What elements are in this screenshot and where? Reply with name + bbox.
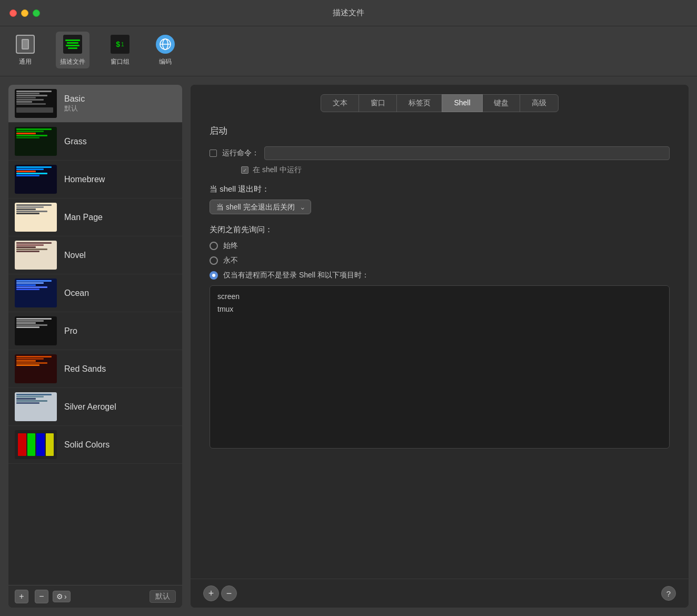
gear-icon: ⚙ — [56, 592, 63, 601]
sidebar-item-grass[interactable]: Grass — [8, 123, 182, 161]
sidebar-item-basic[interactable]: Basic 默认 — [8, 85, 182, 123]
run-command-input[interactable] — [264, 146, 670, 160]
sidebar-item-info-grass: Grass — [64, 137, 87, 146]
sidebar: Basic 默认 Grass — [8, 85, 182, 608]
close-button[interactable] — [9, 9, 17, 17]
sidebar-item-homebrew[interactable]: Homebrew — [8, 161, 182, 198]
sidebar-item-name-redsands: Red Sands — [64, 364, 106, 374]
general-icon — [15, 34, 36, 55]
never-radio[interactable] — [210, 256, 218, 265]
sidebar-item-info-solidcolors: Solid Colors — [64, 440, 109, 450]
sidebar-item-info-pro: Pro — [64, 326, 77, 336]
window-title: 描述文件 — [333, 8, 364, 18]
sidebar-thumb-redsands — [15, 354, 57, 383]
gear-menu-button[interactable]: ⚙ › — [53, 591, 71, 602]
tab-text[interactable]: 文本 — [321, 94, 360, 112]
sidebar-list: Basic 默认 Grass — [8, 85, 182, 585]
process-item-screen: screen — [214, 290, 665, 303]
sidebar-thumb-novel — [15, 241, 57, 270]
sidebar-item-silveraerogel[interactable]: Silver Aerogel — [8, 388, 182, 426]
remove-profile-button[interactable]: − — [35, 590, 48, 603]
remove-process-button[interactable]: − — [221, 585, 237, 601]
sidebar-item-redsands[interactable]: Red Sands — [8, 350, 182, 388]
sidebar-item-name-silveraerogel: Silver Aerogel — [64, 402, 116, 412]
sidebar-item-info-redsands: Red Sands — [64, 364, 106, 374]
tab-window[interactable]: 窗口 — [359, 94, 397, 112]
run-command-row: 运行命令： — [210, 146, 670, 160]
sidebar-thumb-pro — [15, 316, 57, 345]
sidebar-item-ocean[interactable]: Ocean — [8, 274, 182, 312]
shell-content: 启动 运行命令： ✓ 在 shell 中运行 当 shell 退出时： 当 sh… — [191, 112, 689, 579]
close-confirm-section: 关闭之前先询问： 始终 永不 仅当有进程而不是登录 Shell 和以下项目时： — [210, 225, 670, 449]
content-footer: + − ? — [191, 579, 689, 608]
toolbar-label-encoding: 编码 — [159, 57, 172, 66]
sidebar-item-info-manpage: Man Page — [64, 213, 103, 222]
close-confirm-title: 关闭之前先询问： — [210, 225, 670, 235]
windowgroups-icon: $ 1 — [109, 34, 131, 55]
sidebar-item-solidcolors[interactable]: Solid Colors — [8, 426, 182, 464]
sidebar-thumb-solidcolors — [15, 430, 57, 459]
toolbar-label-windowgroups: 窗口组 — [111, 57, 130, 66]
chevron-down-icon: › — [64, 592, 67, 601]
toolbar: 通用 描述文件 $ 1 窗口组 — [0, 26, 697, 76]
sidebar-bottom: + − ⚙ › 默认 — [8, 585, 182, 608]
process-item-tmux: tmux — [214, 303, 665, 315]
sidebar-item-name-novel: Novel — [64, 251, 86, 260]
sidebar-item-name-grass: Grass — [64, 137, 87, 146]
tab-advanced[interactable]: 高级 — [520, 94, 559, 112]
sidebar-item-info-silveraerogel: Silver Aerogel — [64, 402, 116, 412]
maximize-button[interactable] — [33, 9, 40, 17]
toolbar-item-profiles[interactable]: 描述文件 — [56, 32, 89, 68]
always-radio[interactable] — [210, 242, 218, 250]
sidebar-item-name-pro: Pro — [64, 326, 77, 336]
shell-exit-dropdown-row: 当 shell 完全退出后关闭 关闭 不关闭 — [210, 200, 670, 214]
only-when-row: 仅当有进程而不是登录 Shell 和以下项目时： — [210, 271, 670, 280]
run-in-shell-checkbox[interactable]: ✓ — [241, 166, 248, 174]
window-controls — [9, 9, 40, 17]
shell-exit-dropdown-wrapper: 当 shell 完全退出后关闭 关闭 不关闭 — [210, 200, 311, 214]
never-label: 永不 — [223, 256, 238, 265]
sidebar-item-name-homebrew: Homebrew — [64, 175, 105, 184]
toolbar-item-general[interactable]: 通用 — [11, 32, 40, 68]
add-profile-button[interactable]: + — [15, 590, 28, 603]
only-when-label: 仅当有进程而不是登录 Shell 和以下项目时： — [223, 271, 369, 280]
sidebar-thumb-silveraerogel — [15, 392, 57, 421]
sidebar-item-info-novel: Novel — [64, 251, 86, 260]
tab-keyboard[interactable]: 键盘 — [482, 94, 521, 112]
toolbar-item-encoding[interactable]: 编码 — [151, 32, 180, 68]
sidebar-thumb-grass — [15, 127, 57, 156]
toolbar-item-windowgroups[interactable]: $ 1 窗口组 — [105, 32, 135, 68]
sidebar-item-manpage[interactable]: Man Page — [8, 198, 182, 236]
sidebar-item-info-homebrew: Homebrew — [64, 175, 105, 184]
shell-exit-select[interactable]: 当 shell 完全退出后关闭 关闭 不关闭 — [210, 200, 311, 214]
add-process-button[interactable]: + — [203, 585, 219, 601]
tab-tabspage[interactable]: 标签页 — [396, 94, 443, 112]
always-radio-row: 始终 — [210, 241, 670, 251]
sidebar-item-sub-basic: 默认 — [64, 104, 85, 113]
toolbar-label-general: 通用 — [19, 57, 32, 66]
profiles-icon — [62, 34, 83, 55]
sidebar-item-info-basic: Basic 默认 — [64, 94, 85, 113]
sidebar-item-name-basic: Basic — [64, 94, 85, 104]
sidebar-item-info-ocean: Ocean — [64, 289, 89, 298]
sidebar-thumb-homebrew — [15, 165, 57, 194]
sidebar-thumb-ocean — [15, 279, 57, 307]
default-button[interactable]: 默认 — [150, 590, 176, 603]
never-radio-row: 永不 — [210, 256, 670, 265]
run-in-shell-label: 在 shell 中运行 — [253, 165, 302, 175]
help-button[interactable]: ? — [661, 586, 676, 601]
only-when-radio[interactable] — [210, 271, 218, 280]
sidebar-thumb-basic — [15, 89, 57, 118]
sidebar-item-novel[interactable]: Novel — [8, 236, 182, 274]
content-panel: 文本 窗口 标签页 Shell 键盘 高级 启动 运行命令： ✓ 在 shell… — [191, 85, 689, 608]
run-command-checkbox[interactable] — [210, 150, 217, 157]
sidebar-item-pro[interactable]: Pro — [8, 312, 182, 350]
main-area: Basic 默认 Grass — [0, 76, 697, 616]
sidebar-item-name-manpage: Man Page — [64, 213, 103, 222]
toolbar-label-profiles: 描述文件 — [60, 57, 85, 66]
tab-shell[interactable]: Shell — [442, 94, 482, 112]
run-in-shell-row: ✓ 在 shell 中运行 — [241, 165, 670, 175]
minimize-button[interactable] — [21, 9, 28, 17]
sidebar-thumb-manpage — [15, 203, 57, 232]
shell-exit-section: 当 shell 退出时： 当 shell 完全退出后关闭 关闭 不关闭 — [210, 184, 670, 214]
